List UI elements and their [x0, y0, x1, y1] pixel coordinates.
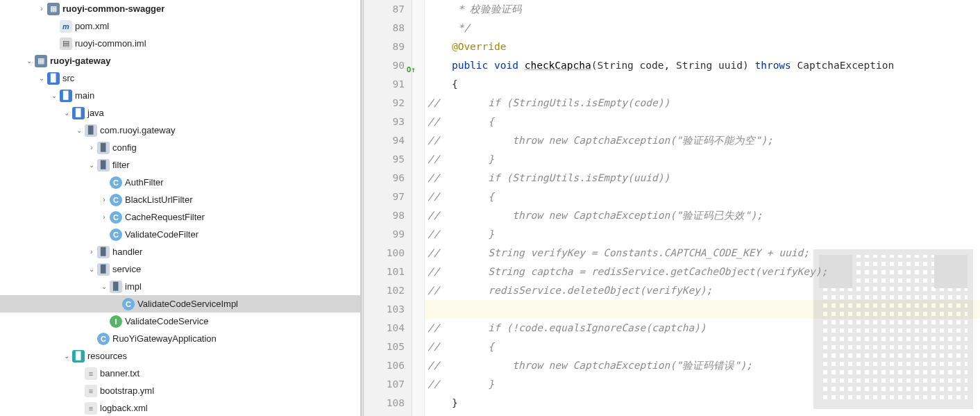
tree-item-label: ruoyi-gateway: [50, 56, 110, 66]
code-line[interactable]: // {: [425, 113, 980, 131]
tree-item-ruoyi-common-iml[interactable]: ·▤ruoyi-common.iml: [0, 35, 360, 52]
code-line[interactable]: // if (StringUtils.isEmpty(uuid)): [425, 169, 980, 188]
code-token: // if (StringUtils.isEmpty(code)): [428, 97, 670, 108]
code-line[interactable]: // }: [425, 375, 980, 394]
tree-item-authfilter[interactable]: ·CAuthFilter: [0, 174, 360, 191]
code-line[interactable]: // if (StringUtils.isEmpty(code)): [425, 94, 980, 113]
code-line[interactable]: // redisService.deleteObject(verifyKey);: [425, 281, 980, 300]
chevron-right-icon[interactable]: ›: [99, 196, 110, 203]
tree-item-banner-txt[interactable]: ·≡banner.txt: [0, 365, 360, 382]
code-line[interactable]: // throw new CaptchaException("验证码已失效");: [425, 206, 980, 225]
class-c-icon: C: [110, 194, 122, 206]
code-token: [428, 60, 452, 71]
code-line[interactable]: }: [425, 394, 980, 413]
chevron-down-icon[interactable]: ⌄: [74, 126, 85, 134]
code-line[interactable]: // throw new CaptchaException("验证码不能为空")…: [425, 131, 980, 150]
code-line[interactable]: public void checkCapcha(String code, Str…: [425, 56, 980, 75]
code-token: // {: [428, 341, 494, 352]
code-token: // String captcha = redisService.getCach…: [428, 266, 827, 277]
tree-item-label: bootstrap.yml: [100, 385, 154, 396]
tree-item-label: com.ruoyi.gateway: [100, 125, 175, 135]
line-number: 98: [364, 206, 405, 225]
folder-icon: ▉: [97, 159, 110, 172]
folder-icon: ▉: [97, 142, 110, 154]
chevron-down-icon[interactable]: ⌄: [99, 283, 110, 290]
tree-item-validatecodeserviceimpl[interactable]: ·CValidateCodeServiceImpl: [0, 295, 360, 313]
tree-item-label: ValidateCodeServiceImpl: [137, 299, 238, 309]
tree-item-validatecodeservice[interactable]: ·IValidateCodeService: [0, 313, 360, 330]
line-number: 93: [364, 113, 405, 131]
code-line[interactable]: @Override: [425, 38, 980, 56]
code-line[interactable]: // }: [425, 225, 980, 244]
tree-item-label: pom.xml: [75, 21, 109, 31]
code-line[interactable]: // String verifyKey = Constants.CAPTCHA_…: [425, 244, 980, 263]
code-token: // }: [428, 378, 494, 390]
code-editor[interactable]: 87888990O↑919293949596979899100101102103…: [364, 0, 980, 416]
tree-item-bootstrap-yml[interactable]: ·≡bootstrap.yml: [0, 382, 360, 399]
tree-item-label: service: [112, 264, 141, 274]
tree-item-java[interactable]: ⌄▉java: [0, 104, 360, 122]
code-token: CaptchaException: [791, 60, 894, 71]
line-number: 105: [364, 338, 405, 356]
tree-item-service[interactable]: ⌄▉service: [0, 260, 360, 278]
code-line[interactable]: [425, 300, 980, 319]
code-line[interactable]: // {: [425, 338, 980, 356]
tree-item-main[interactable]: ⌄▉main: [0, 87, 360, 104]
txt-icon: ≡: [85, 367, 97, 380]
chevron-down-icon[interactable]: ⌄: [86, 161, 97, 169]
tree-item-config[interactable]: ›▉config: [0, 139, 360, 156]
tree-item-filter[interactable]: ⌄▉filter: [0, 156, 360, 174]
folder-mod-icon: ▦: [47, 3, 60, 15]
code-area[interactable]: * 校验验证码 */ @Override public void checkCa…: [425, 0, 980, 416]
tree-item-ruoyi-common-swagger[interactable]: ›▦ruoyi-common-swagger: [0, 0, 360, 17]
chevron-right-icon[interactable]: ›: [99, 213, 110, 221]
tree-item-logback-xml[interactable]: ·≡logback.xml: [0, 399, 360, 416]
project-tree[interactable]: ›▦ruoyi-common-swagger·mpom.xml·▤ruoyi-c…: [0, 0, 361, 416]
folder-blue-icon: ▉: [72, 107, 85, 119]
chevron-down-icon[interactable]: ⌄: [36, 74, 47, 82]
chevron-down-icon[interactable]: ⌄: [61, 352, 72, 360]
chevron-right-icon[interactable]: ›: [86, 144, 97, 151]
chevron-down-icon[interactable]: ⌄: [49, 92, 60, 99]
folder-blue-icon: ▉: [60, 90, 72, 102]
tree-item-cacherequestfilter[interactable]: ›CCacheRequestFilter: [0, 208, 360, 226]
line-number: 108: [364, 394, 405, 413]
tree-item-ruoyi-gateway[interactable]: ⌄▦ruoyi-gateway: [0, 52, 360, 69]
tree-item-impl[interactable]: ⌄▉impl: [0, 278, 360, 295]
line-number: 88: [364, 19, 405, 38]
chevron-right-icon[interactable]: ›: [36, 5, 47, 13]
code-line[interactable]: // String captcha = redisService.getCach…: [425, 263, 980, 281]
code-token: // throw new CaptchaException("验证码不能为空")…: [428, 135, 773, 146]
line-number: 96: [364, 169, 405, 188]
tree-item-blacklisturlfilter[interactable]: ›CBlackListUrlFilter: [0, 191, 360, 208]
override-gutter-icon[interactable]: O↑: [407, 60, 416, 79]
tree-item-src[interactable]: ⌄▉src: [0, 69, 360, 87]
chevron-down-icon[interactable]: ⌄: [61, 109, 72, 117]
tree-item-com-ruoyi-gateway[interactable]: ⌄▉com.ruoyi.gateway: [0, 122, 360, 139]
tree-item-validatecodefilter[interactable]: ·CValidateCodeFilter: [0, 226, 360, 243]
class-c-icon: C: [110, 228, 122, 241]
tree-item-label: java: [87, 108, 104, 118]
tree-item-label: RuoYiGatewayApplication: [112, 333, 217, 344]
code-line[interactable]: */: [425, 19, 980, 38]
line-number: 92: [364, 94, 405, 113]
folder-blue-icon: ▉: [47, 72, 60, 85]
chevron-right-icon[interactable]: ›: [86, 248, 97, 256]
chevron-down-icon[interactable]: ⌄: [86, 265, 97, 273]
tree-item-ruoyigatewayapplication[interactable]: ·CRuoYiGatewayApplication: [0, 330, 360, 347]
code-line[interactable]: // if (!code.equalsIgnoreCase(captcha)): [425, 319, 980, 338]
tree-item-pom-xml[interactable]: ·mpom.xml: [0, 17, 360, 35]
code-line[interactable]: * 校验验证码: [425, 0, 980, 19]
class-c-icon: C: [110, 211, 122, 224]
code-token: // {: [428, 116, 494, 127]
code-line[interactable]: // throw new CaptchaException("验证码错误");: [425, 356, 980, 375]
code-line[interactable]: // }: [425, 150, 980, 169]
tree-item-handler[interactable]: ›▉handler: [0, 243, 360, 260]
code-line[interactable]: // {: [425, 188, 980, 206]
code-line[interactable]: {: [425, 75, 980, 94]
tree-item-resources[interactable]: ⌄▉resources: [0, 347, 360, 365]
chevron-down-icon[interactable]: ⌄: [24, 57, 35, 65]
line-number: 89: [364, 38, 405, 56]
code-line[interactable]: }: [425, 413, 980, 416]
yml-icon: ≡: [85, 385, 97, 397]
